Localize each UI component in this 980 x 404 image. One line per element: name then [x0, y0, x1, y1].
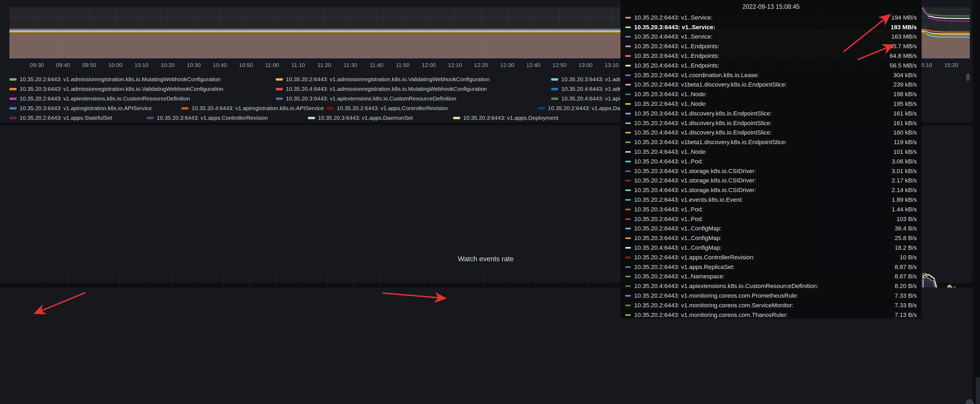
tooltip-series-swatch [625, 237, 631, 239]
tooltip-series-value: 1.89 kB/s [892, 196, 917, 204]
tooltip-series-row: 10.35.20.4:6443: v1..Endpoints:56.5 MB/s [625, 61, 917, 70]
tooltip-series-label: 10.35.20.4:6443: v1..Endpoints: [634, 62, 890, 69]
tooltip-series-label: 10.35.20.2:6443: v1.apps.ReplicaSet: [634, 264, 894, 270]
legend-item[interactable]: 10.35.20.4:6443: v1.apiextensions.k8s.io… [551, 95, 623, 102]
legend-series-swatch [551, 78, 558, 81]
tooltip-series-label: 10.35.20.2:6443: v1.coordination.k8s.io.… [634, 72, 893, 79]
tooltip-series-row: 10.35.20.4:6443: v1..Node:101 kB/s [625, 147, 917, 157]
panel-scrollbar-thumb[interactable] [966, 73, 970, 81]
tooltip-series-row: 10.35.20.2:6443: v1..Endpoints:65.7 MB/s [625, 41, 917, 51]
tooltip-series-label: 10.35.20.2:6443: v1.events.k8s.io.Event: [634, 196, 892, 204]
legend-item[interactable]: 10.35.20.2:6443: v1.admissionregistratio… [10, 76, 264, 83]
panel-title-watch-events-rate[interactable]: Watch events rate [458, 255, 514, 263]
tooltip-series-value: 3.06 kB/s [892, 158, 917, 165]
tooltip-series-swatch [625, 228, 631, 229]
tooltip-series-value: 1.44 kB/s [892, 206, 917, 213]
tooltip-series-row: 10.35.20.4:6443: v1.storage.k8s.io.CSIDr… [625, 185, 917, 195]
tooltip-series-swatch [625, 170, 631, 172]
tooltip-series-row: 10.35.20.2:6443: v1..Node:195 kB/s [625, 99, 917, 109]
legend-series-label: 10.35.20.3:6443: v1.apiextensions.k8s.io… [286, 95, 456, 102]
tooltip-series-swatch [625, 94, 631, 95]
legend-item[interactable]: 10.35.20.3:6443: v1.admissionregistratio… [551, 76, 623, 83]
tooltip-series-swatch [625, 209, 631, 210]
tooltip-series-value: 8.20 B/s [894, 283, 917, 289]
tooltip-series-value: 25.8 B/s [894, 235, 917, 242]
tooltip-series-swatch [625, 122, 631, 124]
legend-series-label: 10.35.20.3:6443: v1.apiregistration.k8s.… [19, 105, 152, 111]
tooltip-series-list: 10.35.20.2:6443: v1..Service:194 MB/s10.… [625, 13, 917, 320]
tooltip-series-swatch [625, 151, 631, 153]
tooltip-series-row: 10.35.20.3:6443: v1..Endpoints:64.8 MB/s [625, 51, 917, 61]
tooltip-series-swatch [625, 305, 631, 306]
tooltip-series-swatch [625, 46, 631, 47]
legend-series-label: 10.35.20.2:6443: v1.apps.DaemonSet [548, 105, 623, 111]
legend-series-swatch [538, 107, 545, 110]
x-tick-label: 11:40 [370, 62, 383, 68]
legend-item[interactable]: 10.35.20.4:6443: v1.apiregistration.k8s.… [181, 105, 315, 111]
legend-item[interactable]: 10.35.20.3:6443: v1.apps.DaemonSet [308, 115, 442, 121]
legend-item[interactable]: 10.35.20.3:6443: v1.apiregistration.k8s.… [10, 105, 170, 111]
tooltip-series-swatch [625, 84, 631, 86]
tooltip-series-row: 10.35.20.2:6443: v1.apps.ReplicaSet:8.87… [625, 262, 917, 272]
x-tick-label: 10:10 [135, 62, 149, 68]
tooltip-series-value: 103 B/s [896, 216, 917, 223]
legend-item[interactable]: 10.35.20.2:6443: v1.apps.ControllerRevis… [326, 105, 527, 111]
tooltip-series-value: 198 kB/s [893, 91, 917, 98]
legend-item[interactable]: 10.35.20.2:6443: v1.apps.DaemonSet [538, 105, 623, 111]
legend-item[interactable]: 10.35.20.3:6443: v1.apps.ControllerRevis… [146, 115, 297, 121]
tooltip-series-value: 183 MB/s [891, 24, 917, 31]
legend-item[interactable]: 10.35.20.4:6443: v1.admissionregistratio… [551, 86, 623, 92]
tooltip-series-label: 10.35.20.2:6443: v1.storage.k8s.io.CSIDr… [634, 177, 892, 184]
legend-series-label: 10.35.20.4:6443: v1.admissionregistratio… [561, 86, 623, 92]
scrollbar-track [976, 377, 980, 404]
tooltip-series-label: 10.35.20.2:6443: v1.monitoring.coreos.co… [634, 292, 894, 299]
tooltip-series-swatch [625, 65, 631, 67]
tooltip-series-row: 10.35.20.3:6443: v1..Pod:1.44 kB/s [625, 205, 917, 214]
tooltip-series-value: 64.8 MB/s [890, 52, 917, 59]
tooltip-series-swatch [625, 285, 631, 287]
legend-item[interactable]: 10.35.20.2:6443: v1.admissionregistratio… [276, 76, 540, 83]
legend-series-label: 10.35.20.4:6443: v1.apiregistration.k8s.… [192, 105, 324, 111]
panel-title-text: Watch events rate [458, 255, 514, 263]
tooltip-series-value: 18.2 B/s [894, 244, 917, 251]
tooltip-series-value: 160 kB/s [893, 129, 917, 136]
tooltip-series-value: 7.33 B/s [894, 292, 917, 299]
x-tick-label: 12:10 [448, 62, 462, 68]
tooltip-series-row: 10.35.20.2:6443: v1..ConfigMap:36.4 B/s [625, 224, 917, 234]
tooltip-series-label: 10.35.20.4:6443: v1..ConfigMap: [634, 244, 894, 251]
x-tick-label: 11:50 [396, 62, 410, 68]
tooltip-series-row: 10.35.20.3:6443: v1..Service:183 MB/s [625, 22, 917, 32]
legend-item[interactable]: 10.35.20.4:6443: v1.admissionregistratio… [276, 86, 540, 92]
legend-series-label: 10.35.20.3:6443: v1.apps.ControllerRevis… [157, 115, 268, 121]
legend-series-swatch [276, 78, 283, 81]
tooltip-series-swatch [625, 199, 631, 200]
tooltip-series-row: 10.35.20.2:6443: v1.coordination.k8s.io.… [625, 70, 917, 80]
tooltip-series-value: 161 kB/s [893, 120, 917, 127]
tooltip-series-label: 10.35.20.4:6443: v1..Service: [634, 33, 891, 40]
tooltip-series-swatch [625, 180, 631, 181]
tooltip-series-label: 10.35.20.2:6443: v1..Service: [634, 14, 891, 21]
tooltip-series-swatch [625, 142, 631, 143]
x-tick-label: 12:00 [422, 62, 436, 68]
x-tick-label: 12:40 [526, 62, 540, 68]
tooltip-series-label: 10.35.20.4:6443: v1.discovery.k8s.io.End… [634, 129, 893, 136]
tooltip-series-value: 36.4 B/s [894, 225, 917, 232]
legend-item[interactable]: 10.35.20.2:6443: v1.apiextensions.k8s.io… [10, 95, 264, 102]
tooltip-series-swatch [625, 314, 631, 316]
x-tick-label: 09:50 [82, 62, 97, 68]
legend-item[interactable]: 10.35.20.3:6443: v1.admissionregistratio… [10, 86, 264, 92]
tooltip-series-value: 2.14 kB/s [892, 187, 917, 194]
legend-item[interactable]: 10.35.20.3:6443: v1.apiextensions.k8s.io… [276, 95, 540, 102]
legend-series-label: 10.35.20.4:6443: v1.apiextensions.k8s.io… [561, 95, 623, 102]
legend-item[interactable]: 10.35.20.2:6443: v1.apps.StatefulSet [10, 115, 135, 121]
legend-series-swatch [551, 88, 558, 90]
tooltip-series-swatch [625, 36, 631, 38]
tooltip-series-row: 10.35.20.3:6443: v1.storage.k8s.io.CSIDr… [625, 166, 917, 176]
legend-item[interactable]: 10.35.20.3:6443: v1.apps.Deployment [453, 115, 558, 121]
tooltip-series-label: 10.35.20.2:6443: v1..Namespace: [634, 273, 894, 280]
tooltip-series-swatch [625, 132, 631, 134]
tooltip-series-label: 10.35.20.3:6443: v1.discovery.k8s.io.End… [634, 110, 893, 117]
tooltip-series-value: 161 kB/s [893, 110, 917, 117]
tooltip-series-value: 3.01 kB/s [892, 168, 917, 175]
tooltip-series-row: 10.35.20.3:6443: v1..Node:198 kB/s [625, 89, 917, 99]
